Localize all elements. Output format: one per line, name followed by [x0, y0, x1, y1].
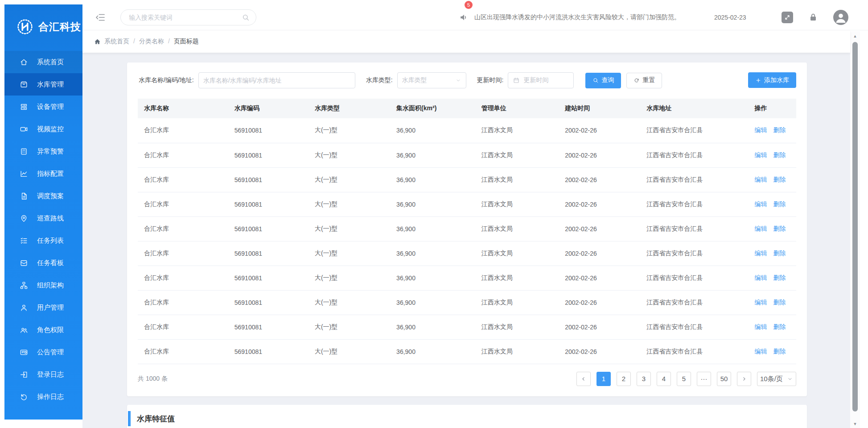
type-filter-select[interactable]: 水库类型 — [397, 72, 466, 88]
search-icon[interactable] — [242, 13, 250, 21]
collapse-sidebar-icon[interactable] — [95, 12, 106, 23]
table-cell: 2002-02-26 — [560, 266, 642, 290]
breadcrumb-separator: / — [168, 37, 170, 45]
sidebar-item-route[interactable]: 巡查路线 — [4, 207, 82, 229]
delete-link[interactable]: 删除 — [773, 151, 786, 158]
sidebar-item-plan[interactable]: 调度预案 — [4, 185, 82, 207]
pagination-page-5[interactable]: 5 — [677, 372, 691, 386]
pagination-page-50[interactable]: 50 — [717, 372, 731, 386]
scrollbar-down-arrow[interactable]: ▼ — [850, 422, 860, 426]
breadcrumb-item[interactable]: 系统首页 — [104, 37, 129, 45]
edit-link[interactable]: 编辑 — [755, 225, 767, 232]
delete-link[interactable]: 删除 — [773, 249, 786, 257]
edit-link[interactable]: 编辑 — [755, 323, 767, 330]
table-cell: 36,900 — [392, 266, 477, 290]
brand-logo: 合汇科技 — [4, 4, 82, 49]
table-actions-cell: 编辑删除 — [750, 216, 796, 241]
page-size-label: 10条/页 — [760, 372, 783, 386]
edit-link[interactable]: 编辑 — [755, 176, 767, 183]
chevron-down-icon — [787, 376, 793, 382]
add-reservoir-button[interactable]: 添加水库 — [748, 72, 796, 88]
scrollbar-up-arrow[interactable]: ▲ — [850, 34, 860, 38]
delete-link[interactable]: 删除 — [773, 200, 786, 208]
pagination-ellipsis[interactable]: ··· — [697, 372, 711, 386]
table-cell: 合汇水库 — [138, 216, 230, 241]
sidebar: 合汇科技 系统首页水库管理设备管理视频监控异常预警指标配置调度预案巡查路线任务列… — [4, 4, 82, 420]
table-cell: 56910081 — [230, 241, 310, 266]
breadcrumb-item: 页面标题 — [174, 37, 199, 45]
table-cell: 56910081 — [230, 167, 310, 192]
pagination-page-3[interactable]: 3 — [637, 372, 651, 386]
delete-link[interactable]: 删除 — [773, 348, 786, 355]
sidebar-item-device[interactable]: 设备管理 — [4, 96, 82, 118]
plan-icon — [20, 192, 28, 200]
sidebar-item-alert[interactable]: 异常预警 — [4, 140, 82, 162]
sidebar-item-role[interactable]: 角色权限 — [4, 319, 82, 341]
edit-link[interactable]: 编辑 — [755, 151, 767, 158]
sidebar-item-org[interactable]: 组织架构 — [4, 274, 82, 296]
alert-icon — [20, 147, 28, 156]
table-cell: 2002-02-26 — [560, 290, 642, 315]
reservoir-features-card: 水库特征值 — [127, 405, 807, 428]
query-button[interactable]: 查询 — [585, 73, 621, 88]
page-size-select[interactable]: 10条/页 — [757, 372, 796, 386]
pagination-page-4[interactable]: 4 — [657, 372, 671, 386]
sidebar-item-notice[interactable]: 公告管理 — [4, 341, 82, 363]
keyword-filter-label: 水库名称/编码/地址: — [139, 76, 194, 84]
table-cell: 江西省吉安市合汇县 — [642, 216, 750, 241]
table-cell: 56910081 — [230, 143, 310, 167]
table-cell: 江西水文局 — [477, 266, 561, 290]
pagination-next-button[interactable] — [737, 372, 751, 386]
global-search-input[interactable] — [129, 14, 242, 21]
sidebar-item-task-list[interactable]: 任务列表 — [4, 229, 82, 252]
global-search[interactable] — [120, 9, 256, 25]
table-body: 合汇水库56910081大(一)型36,900江西水文局2002-02-26江西… — [138, 118, 796, 364]
edit-link[interactable]: 编辑 — [755, 274, 767, 281]
breadcrumb-item[interactable]: 分类名称 — [139, 37, 164, 45]
pagination-page-1[interactable]: 1 — [596, 372, 611, 386]
sidebar-item-operation-log[interactable]: 操作日志 — [4, 386, 82, 408]
user-avatar[interactable] — [833, 10, 848, 25]
edit-link[interactable]: 编辑 — [755, 126, 767, 133]
sidebar-item-label: 异常预警 — [37, 147, 64, 156]
sidebar-item-user[interactable]: 用户管理 — [4, 296, 82, 319]
scrollbar-thumb[interactable] — [852, 42, 858, 411]
delete-link[interactable]: 删除 — [773, 274, 786, 281]
table-cell: 36,900 — [392, 192, 477, 216]
sidebar-item-metrics[interactable]: 指标配置 — [4, 162, 82, 185]
sidebar-item-login-log[interactable]: 登录日志 — [4, 363, 82, 386]
table-actions-cell: 编辑删除 — [750, 192, 796, 216]
metrics-icon — [20, 170, 28, 178]
table-cell: 合汇水库 — [138, 266, 230, 290]
reservoir-list-card: 水库名称/编码/地址: 水库类型: 水库类型 更新时间: 更新时间 查询 — [127, 62, 807, 396]
delete-link[interactable]: 删除 — [773, 176, 786, 183]
delete-link[interactable]: 删除 — [773, 299, 786, 306]
delete-link[interactable]: 删除 — [773, 126, 786, 133]
keyword-filter-input[interactable] — [203, 77, 350, 84]
delete-link[interactable]: 删除 — [773, 225, 786, 232]
pagination-page-2[interactable]: 2 — [617, 372, 631, 386]
edit-link[interactable]: 编辑 — [755, 299, 767, 306]
edit-link[interactable]: 编辑 — [755, 200, 767, 208]
table-cell: 36,900 — [392, 167, 477, 192]
type-filter-placeholder: 水库类型 — [402, 76, 427, 84]
table-cell: 36,900 — [392, 241, 477, 266]
table-cell: 大(一)型 — [310, 192, 392, 216]
page-scrollbar[interactable]: ▲ ▼ — [850, 31, 860, 428]
time-filter-datepicker[interactable]: 更新时间 — [508, 72, 574, 88]
table-header-row: 水库名称水库编码水库类型集水面积(km²)管理单位建站时间水库地址操作 — [138, 99, 796, 118]
edit-link[interactable]: 编辑 — [755, 249, 767, 257]
sidebar-item-reservoir[interactable]: 水库管理 — [4, 73, 82, 96]
sidebar-item-video[interactable]: 视频监控 — [4, 118, 82, 140]
edit-link[interactable]: 编辑 — [755, 348, 767, 355]
table-actions-cell: 编辑删除 — [750, 315, 796, 339]
announcement-speaker-icon[interactable] — [459, 12, 469, 22]
lock-screen-icon[interactable] — [808, 12, 818, 22]
pagination-prev-button[interactable] — [576, 372, 591, 386]
reset-button[interactable]: 重置 — [626, 73, 662, 88]
sidebar-item-home[interactable]: 系统首页 — [4, 51, 82, 73]
delete-link[interactable]: 删除 — [773, 323, 786, 330]
fullscreen-icon[interactable] — [782, 12, 793, 23]
table-cell: 56910081 — [230, 216, 310, 241]
sidebar-item-task-board[interactable]: 任务看板 — [4, 252, 82, 274]
